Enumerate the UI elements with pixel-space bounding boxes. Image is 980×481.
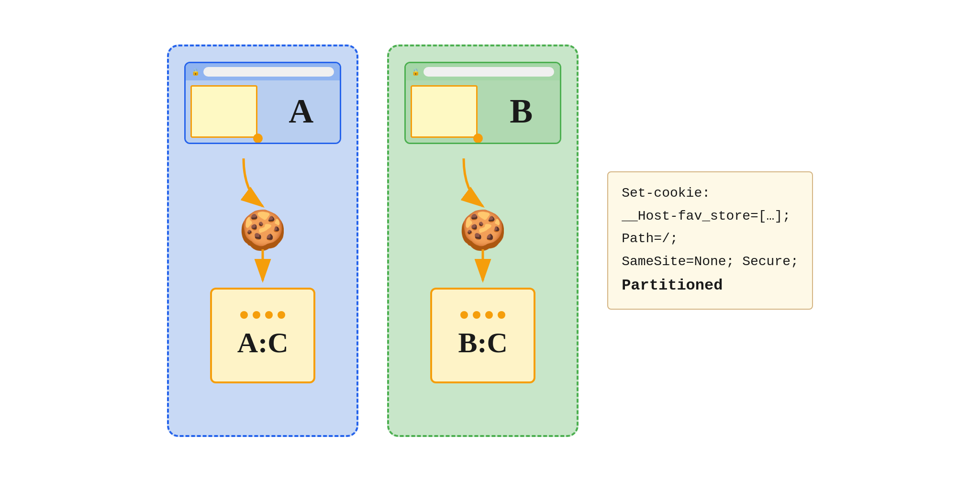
storage-box-a: A:C	[210, 288, 315, 383]
site-label-b: B	[482, 80, 560, 143]
code-line-2: __Host-fav_store=[…];	[622, 205, 799, 228]
iframe-box-a	[190, 85, 257, 138]
left-partition-box: 🔒 A 🍪	[167, 45, 358, 437]
browser-content-b: B	[406, 80, 560, 143]
site-label-a: A	[262, 80, 340, 143]
lock-icon-a: 🔒	[191, 68, 200, 76]
main-container: 🔒 A 🍪	[148, 25, 832, 456]
cookie-emoji-a: 🍪	[239, 211, 287, 249]
address-bar-a	[203, 67, 334, 77]
code-box: Set-cookie: __Host-fav_store=[…]; Path=/…	[607, 171, 813, 310]
browser-window-a: 🔒 A	[184, 62, 341, 144]
code-line-1: Set-cookie:	[622, 182, 799, 205]
flow-section-a: 🍪 A:C	[184, 154, 341, 383]
dot4-b	[498, 311, 505, 319]
browser-titlebar-a: 🔒	[186, 63, 340, 80]
storage-label-a: A:C	[237, 326, 289, 359]
dot3-b	[485, 311, 493, 319]
dot2-a	[253, 311, 260, 319]
arrow-to-storage-b	[464, 249, 502, 288]
browser-content-a: A	[186, 80, 340, 143]
storage-box-b: B:C	[430, 288, 535, 383]
flow-section-b: 🍪 B:C	[404, 154, 561, 383]
storage-dots-a	[240, 311, 285, 319]
code-line-5: Partitioned	[622, 273, 799, 299]
dot3-a	[265, 311, 273, 319]
cookie-emoji-b: 🍪	[459, 211, 507, 249]
browser-window-b: 🔒 B	[404, 62, 561, 144]
code-line-4: SameSite=None; Secure;	[622, 250, 799, 273]
dot4-a	[278, 311, 285, 319]
lock-icon-b: 🔒	[412, 68, 420, 76]
dot2-b	[473, 311, 480, 319]
storage-dots-b	[460, 311, 505, 319]
iframe-dot-a	[253, 134, 263, 143]
browser-titlebar-b: 🔒	[406, 63, 560, 80]
storage-label-b: B:C	[458, 326, 507, 359]
arrow-to-cookie-b	[435, 154, 531, 211]
address-bar-b	[423, 67, 554, 77]
right-partition-box: 🔒 B 🍪	[387, 45, 579, 437]
code-line-3: Path=/;	[622, 227, 799, 250]
arrow-to-storage-a	[244, 249, 282, 288]
iframe-box-b	[411, 85, 478, 138]
dot1-b	[460, 311, 468, 319]
arrow-to-cookie-a	[215, 154, 311, 211]
dot1-a	[240, 311, 248, 319]
iframe-dot-b	[473, 134, 483, 143]
